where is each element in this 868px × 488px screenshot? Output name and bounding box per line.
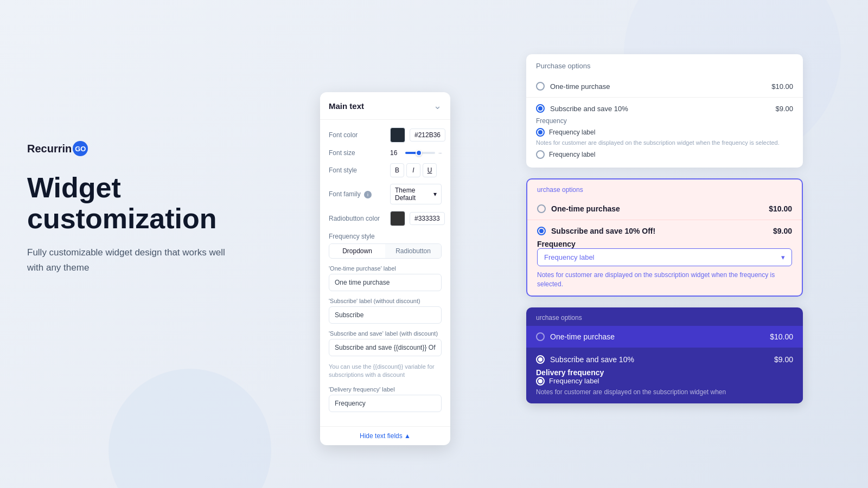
subscribe-label-1: Subscribe and save 10%: [536, 104, 628, 113]
radiobutton-color-value[interactable]: #333333: [410, 212, 445, 225]
subscribe-label-title: 'Subscribe' label (without discount): [329, 298, 442, 304]
slider-dots: ·····: [438, 151, 442, 156]
one-time-price-1: $10.00: [771, 82, 793, 91]
underline-button[interactable]: U: [423, 163, 437, 177]
logo-text: Recurrin: [27, 143, 72, 155]
subscribe-price-2: $9.00: [773, 227, 792, 235]
subscribe-section-1: Subscribe and save 10% $9.00 Frequency F…: [526, 98, 803, 168]
one-time-radio-2[interactable]: [537, 204, 546, 213]
font-family-value: Theme Default: [395, 187, 430, 202]
preview-panel-dark: urchase options One-time purchase $10.00…: [526, 307, 803, 403]
chevron-down-pink: ▾: [781, 253, 785, 261]
subscribe-label-2: Subscribe and save 10% Off!: [537, 227, 655, 235]
page-title: Widgetcustomization: [27, 172, 271, 234]
notes-text-3: Notes for customer are displayed on the …: [536, 388, 793, 397]
freq-select-2[interactable]: Frequency label ▾: [537, 248, 792, 266]
subscribe-input[interactable]: [329, 306, 442, 324]
bold-button[interactable]: B: [390, 163, 404, 177]
freq-radio-1b[interactable]: [536, 150, 545, 159]
preview-title-3: urchase options: [526, 307, 803, 326]
preview-panel-white: Purchase options One-time purchase $10.0…: [526, 54, 803, 168]
panel-title: Main text: [329, 101, 364, 111]
freq-option-1b: Frequency label: [536, 150, 793, 159]
subscribe-radio-3[interactable]: [536, 355, 545, 364]
one-time-label-2: One-time purchase: [537, 204, 620, 213]
radiobutton-toggle[interactable]: Radiobutton: [385, 244, 441, 258]
logo-go: GO: [73, 141, 88, 156]
notes-text-1: Notes for customer are displayed on the …: [536, 139, 793, 147]
font-size-container: 16 ·····: [390, 149, 442, 157]
panel-expand-icon[interactable]: ⌄: [433, 100, 442, 112]
one-time-price-3: $10.00: [770, 332, 793, 341]
font-family-select[interactable]: Theme Default ▾: [390, 184, 442, 204]
radiobutton-color-row: Radiobutton color #333333: [329, 211, 442, 226]
one-time-label-group: 'One-time purchase' label: [329, 265, 442, 298]
font-family-label: Font family i: [329, 190, 386, 198]
freq-radio-1a[interactable]: [536, 128, 545, 137]
font-size-row: Font size 16 ·····: [329, 149, 442, 157]
font-size-label: Font size: [329, 149, 386, 157]
italic-button[interactable]: I: [406, 163, 420, 177]
subscribe-label-3: Subscribe and save 10%: [536, 355, 634, 364]
one-time-option-1: One-time purchase $10.00: [526, 75, 803, 98]
font-style-buttons: B I U: [390, 163, 437, 177]
font-color-row: Font color #212B36: [329, 127, 442, 143]
one-time-radio-3[interactable]: [536, 332, 545, 341]
freq-select-value-2: Frequency label: [544, 253, 595, 261]
right-panels: Purchase options One-time purchase $10.0…: [526, 54, 803, 414]
font-color-label: Font color: [329, 131, 386, 139]
bg-decoration-2: [108, 369, 271, 488]
subscribe-row-3: Subscribe and save 10% $9.00: [536, 355, 793, 364]
delivery-freq-input[interactable]: [329, 395, 442, 412]
font-color-swatch[interactable]: [390, 127, 405, 143]
panel-header: Main text ⌄: [320, 92, 450, 120]
freq-title-3: Delivery frequency: [536, 368, 793, 377]
one-time-input[interactable]: [329, 274, 442, 291]
subscribe-radio-1[interactable]: [536, 104, 545, 113]
frequency-style-label: Frequency style: [329, 233, 442, 240]
freq-radio-3[interactable]: [536, 377, 545, 386]
freq-title-2: Frequency: [537, 240, 792, 248]
delivery-freq-label-title: 'Delivery frequency' label: [329, 386, 442, 393]
page-subtitle: Fully customizable widget design that wo…: [27, 245, 233, 274]
subscribe-save-input[interactable]: [329, 339, 442, 356]
subscribe-text-3: Subscribe and save 10%: [550, 355, 634, 364]
subscribe-price-3: $9.00: [774, 355, 793, 364]
font-size-value: 16: [390, 149, 402, 157]
font-style-label: Font style: [329, 166, 386, 174]
one-time-label-1: One-time purchase: [536, 82, 610, 91]
font-family-row: Font family i Theme Default ▾: [329, 184, 442, 204]
logo: Recurrin GO: [27, 141, 271, 156]
subscribe-section-3: Subscribe and save 10% $9.00 Delivery fr…: [526, 349, 803, 403]
subscribe-section-2: Subscribe and save 10% Off! $9.00 Freque…: [527, 220, 802, 296]
frequency-style-row: Frequency style Dropdown Radiobutton: [329, 233, 442, 259]
font-size-slider[interactable]: [405, 152, 435, 154]
one-time-label-title: 'One-time purchase' label: [329, 265, 442, 272]
subscribe-text-1: Subscribe and save 10%: [550, 105, 628, 113]
subscribe-label-group: 'Subscribe' label (without discount): [329, 298, 442, 330]
font-color-value[interactable]: #212B36: [410, 129, 445, 142]
left-panel: Recurrin GO Widgetcustomization Fully cu…: [27, 141, 271, 275]
subscribe-price-1: $9.00: [775, 105, 793, 113]
preview-panel-pink: urchase options One-time purchase $10.00…: [526, 178, 803, 297]
delivery-freq-label-group: 'Delivery frequency' label: [329, 386, 442, 419]
one-time-radio-1[interactable]: [536, 82, 545, 91]
freq-text-1b: Frequency label: [549, 151, 595, 158]
subscribe-text-2: Subscribe and save 10% Off!: [551, 227, 655, 235]
preview-title-1: Purchase options: [526, 54, 803, 75]
frequency-title-1: Frequency: [536, 117, 793, 125]
one-time-price-2: $10.00: [769, 204, 792, 213]
hide-text-fields-link[interactable]: Hide text fields ▲: [320, 426, 450, 445]
radiobutton-color-label: Radiobutton color: [329, 215, 386, 222]
subscribe-row-1: Subscribe and save 10% $9.00: [536, 104, 793, 113]
info-icon: i: [364, 191, 372, 198]
one-time-text-2: One-time purchase: [551, 204, 620, 213]
radiobutton-color-swatch[interactable]: [390, 211, 405, 226]
freq-text-1a: Frequency label: [549, 129, 595, 136]
subscribe-radio-2[interactable]: [537, 227, 546, 235]
one-time-text-3: One-time purchase: [550, 332, 615, 341]
hint-text: You can use the {{discount}} variable fo…: [329, 363, 442, 380]
chevron-down-icon: ▾: [433, 190, 437, 198]
slider-thumb: [416, 150, 422, 156]
dropdown-toggle[interactable]: Dropdown: [329, 244, 385, 258]
